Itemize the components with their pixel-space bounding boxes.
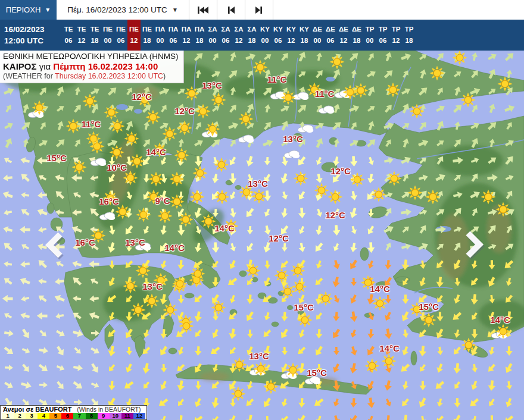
sun-icon [178, 212, 193, 227]
timeline-cell-ΔΕ-12[interactable]: ΔΕ12 [337, 20, 350, 51]
timeline-cell-ΤΡ-12[interactable]: ΤΡ12 [389, 20, 403, 51]
chevron-down-icon: ▼ [172, 7, 178, 13]
step-backward-button[interactable] [217, 0, 245, 20]
timeline-cell-ΣΑ-06[interactable]: ΣΑ06 [219, 20, 232, 51]
beaufort-cell-7: 7 [73, 413, 85, 419]
chevron-down-icon: ▼ [45, 7, 51, 13]
timeline-day-label: ΔΕ [337, 24, 350, 35]
timeline-hour-label: 00 [258, 35, 272, 46]
sun-icon [364, 358, 379, 373]
timeline-hour-label: 06 [272, 35, 285, 46]
sun-icon [124, 131, 139, 146]
timeline-day-label: ΚΥ [285, 24, 298, 35]
sun-icon [146, 189, 161, 204]
timeline-day-label: ΠΑ [167, 24, 180, 35]
timeline-cell-ΤΕ-18[interactable]: ΤΕ18 [88, 20, 101, 51]
timeline-cell-ΠΕ-06[interactable]: ΠΕ06 [114, 20, 127, 51]
timeline-day-label: ΤΡ [363, 24, 376, 35]
timeline-cell-ΣΑ-12[interactable]: ΣΑ12 [232, 20, 245, 51]
legend-subtitle: (Winds in BEAUFORT) [77, 406, 141, 413]
timeline-day-label: ΣΑ [206, 24, 219, 35]
sun-icon [162, 126, 177, 141]
timeline-cell-ΚΥ-18[interactable]: ΚΥ18 [298, 20, 311, 51]
timeline-hour-label: 12 [285, 35, 298, 46]
sun-icon [214, 189, 229, 204]
timeline-day-label: ΣΑ [245, 24, 258, 35]
sun-icon [252, 59, 267, 74]
timeline-hour-label: 12 [180, 35, 193, 46]
timeline-hour-label: 12 [389, 35, 403, 46]
forecast-local-time: ΚΑΙΡΟΣ για Πέμπτη 16.02.2023 14:00 [3, 61, 178, 71]
sun-icon [297, 312, 312, 327]
timeline-cell-ΚΥ-06[interactable]: ΚΥ06 [272, 20, 285, 51]
timeline-day-label: ΚΥ [298, 24, 311, 35]
sun-icon [495, 324, 510, 338]
timeline-hour-label: 06 [219, 35, 232, 46]
sun-icon [195, 104, 210, 118]
sun-icon [385, 82, 400, 97]
sun-icon [429, 65, 444, 80]
timeline-cell-ΣΑ-18[interactable]: ΣΑ18 [245, 20, 258, 51]
map-canvas [0, 51, 524, 420]
beaufort-cell-11: 11 [121, 413, 133, 419]
timeline-cell-ΔΕ-18[interactable]: ΔΕ18 [350, 20, 363, 51]
sun-icon [223, 218, 238, 233]
timeline-cell-ΣΑ-00[interactable]: ΣΑ00 [206, 20, 219, 51]
timeline-cell-ΠΑ-06[interactable]: ΠΑ06 [167, 20, 180, 51]
timeline-day-label: ΤΕ [88, 24, 101, 35]
beaufort-cell-1: 1 [2, 413, 14, 419]
timeline-cell-ΚΥ-00[interactable]: ΚΥ00 [258, 20, 272, 51]
timeline-day-label: ΣΑ [232, 24, 245, 35]
region-dropdown-button[interactable]: ΠΕΡΙΟΧΗ ▼ [0, 0, 57, 20]
sun-icon [211, 92, 226, 107]
sun-icon [190, 266, 205, 281]
datetime-dropdown[interactable]: Πέμ. 16/02/2023 12:00 UTC ▼ [57, 0, 189, 20]
sun-icon [169, 194, 184, 209]
timeline-day-label: ΤΕ [62, 24, 75, 35]
step-forward-button[interactable] [245, 0, 273, 20]
step-backward-icon [227, 6, 235, 14]
timeline-cell-ΤΕ-12[interactable]: ΤΕ12 [75, 20, 88, 51]
timeline-hour-label: 06 [167, 35, 180, 46]
timeline-cell-ΠΕ-18[interactable]: ΠΕ18 [141, 20, 154, 51]
sun-icon [329, 54, 344, 69]
sun-icon [425, 189, 440, 204]
sun-icon [201, 214, 216, 228]
beaufort-cell-4: 4 [38, 413, 49, 419]
sun-icon [350, 172, 364, 187]
timeline-current-date: 16/02/2023 [4, 24, 45, 35]
timeline-cell-ΚΥ-12[interactable]: ΚΥ12 [285, 20, 298, 51]
timeline-hour-label: 06 [376, 35, 389, 46]
timeline-hour-label: 00 [311, 35, 324, 46]
sun-icon [109, 145, 124, 159]
timeline-cell-ΤΡ-18[interactable]: ΤΡ18 [403, 20, 416, 51]
sun-icon [342, 84, 357, 99]
sun-icon [177, 120, 192, 135]
skip-to-first-icon [197, 6, 209, 14]
sun-icon [497, 76, 512, 91]
skip-to-first-button[interactable] [189, 0, 217, 20]
timeline-cell-ΔΕ-00[interactable]: ΔΕ00 [311, 20, 324, 51]
timeline-hour-label: 00 [206, 35, 219, 46]
timeline-cell-ΔΕ-06[interactable]: ΔΕ06 [324, 20, 337, 51]
sun-icon [239, 184, 254, 199]
sun-icon [32, 100, 46, 115]
timeline-cell-ΤΕ-06[interactable]: ΤΕ06 [62, 20, 75, 51]
beaufort-cell-5: 5 [49, 413, 61, 419]
timeline-current-time: 12:00 UTC [4, 35, 45, 46]
timeline-hour-label: 18 [245, 35, 258, 46]
beaufort-cell-12: 12 [133, 413, 145, 419]
timeline-hour-label: 18 [298, 35, 311, 46]
datetime-dropdown-label: Πέμ. 16/02/2023 12:00 UTC [67, 5, 167, 14]
sun-icon [144, 293, 159, 308]
sun-icon [360, 275, 375, 290]
timeline-cell-ΤΡ-06[interactable]: ΤΡ06 [376, 20, 389, 51]
timeline-cell-ΠΑ-00[interactable]: ΠΑ00 [154, 20, 167, 51]
sun-icon [461, 337, 476, 352]
sun-icon [307, 82, 322, 97]
timeline-cell-ΠΑ-18[interactable]: ΠΑ18 [193, 20, 206, 51]
timeline-cell-ΠΕ-12[interactable]: ΠΕ12 [127, 20, 141, 51]
timeline-cell-ΠΕ-00[interactable]: ΠΕ00 [101, 20, 114, 51]
timeline-cell-ΠΑ-12[interactable]: ΠΑ12 [180, 20, 193, 51]
timeline-cell-ΤΡ-00[interactable]: ΤΡ00 [363, 20, 376, 51]
